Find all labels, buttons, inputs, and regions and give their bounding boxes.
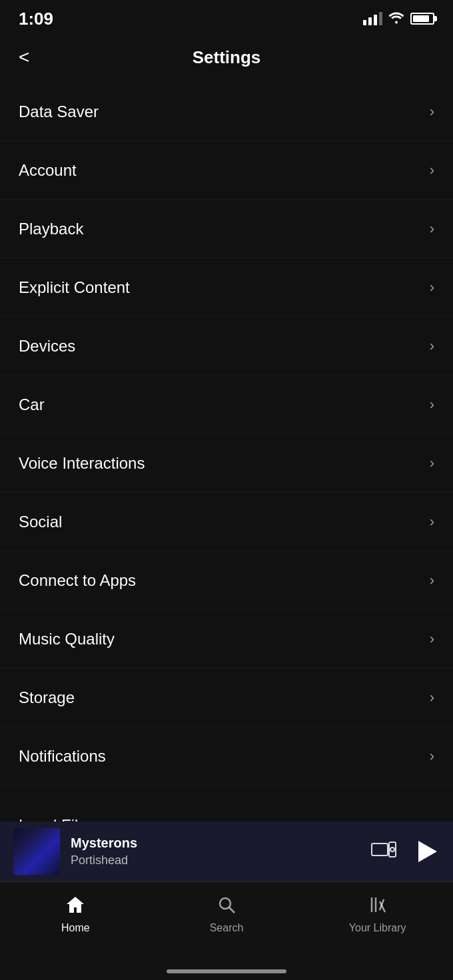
library-icon <box>368 893 388 917</box>
device-connect-icon[interactable] <box>370 841 397 862</box>
chevron-right-icon: › <box>430 103 434 121</box>
home-indicator <box>167 969 286 973</box>
status-time: 1:09 <box>19 9 53 29</box>
status-bar: 1:09 <box>0 0 453 35</box>
settings-item-car[interactable]: Car › <box>0 375 453 434</box>
svg-line-4 <box>229 907 234 913</box>
chevron-right-icon: › <box>430 748 434 765</box>
settings-item-voice-interactions[interactable]: Voice Interactions › <box>0 434 453 493</box>
nav-item-search[interactable]: Search <box>151 893 302 934</box>
now-playing-bar[interactable]: Mysterons Portishead <box>0 822 453 881</box>
settings-item-explicit-content[interactable]: Explicit Content › <box>0 258 453 317</box>
nav-label-home: Home <box>61 922 90 934</box>
album-art <box>13 828 60 875</box>
svg-rect-0 <box>372 844 388 856</box>
settings-item-storage[interactable]: Storage › <box>0 668 453 727</box>
nav-item-library[interactable]: Your Library <box>302 893 453 934</box>
search-icon <box>217 893 236 917</box>
settings-header: < Settings <box>0 35 453 83</box>
signal-icon <box>363 12 382 25</box>
play-button[interactable] <box>413 838 440 865</box>
settings-label-devices: Devices <box>19 337 75 356</box>
chevron-right-icon: › <box>430 220 434 238</box>
svg-point-3 <box>220 898 230 909</box>
nav-item-home[interactable]: Home <box>0 893 151 934</box>
chevron-right-icon: › <box>430 455 434 472</box>
chevron-right-icon: › <box>430 279 434 296</box>
chevron-right-icon: › <box>430 630 434 648</box>
page-title: Settings <box>193 47 261 68</box>
settings-label-voice-interactions: Voice Interactions <box>19 454 145 473</box>
settings-label-storage: Storage <box>19 688 75 707</box>
svg-point-2 <box>390 848 394 852</box>
settings-label-explicit-content: Explicit Content <box>19 278 130 297</box>
nav-label-library: Your Library <box>349 922 406 934</box>
settings-label-playback: Playback <box>19 220 83 238</box>
bottom-nav: Home Search Your Library <box>0 881 453 980</box>
battery-icon <box>410 13 434 25</box>
back-button[interactable]: < <box>19 47 29 68</box>
home-icon <box>65 893 85 917</box>
settings-item-playback[interactable]: Playback › <box>0 200 453 258</box>
settings-list: Data Saver › Account › Playback › Explic… <box>0 83 453 786</box>
settings-label-music-quality: Music Quality <box>19 630 115 648</box>
settings-label-car: Car <box>19 395 45 414</box>
chevron-right-icon: › <box>430 338 434 355</box>
settings-item-devices[interactable]: Devices › <box>0 317 453 375</box>
settings-label-connect-to-apps: Connect to Apps <box>19 571 136 590</box>
wifi-icon <box>388 11 405 27</box>
now-playing-controls <box>370 838 440 865</box>
settings-item-notifications[interactable]: Notifications › <box>0 727 453 786</box>
settings-label-data-saver: Data Saver <box>19 103 99 121</box>
settings-label-account: Account <box>19 161 77 180</box>
settings-item-connect-to-apps[interactable]: Connect to Apps › <box>0 551 453 610</box>
settings-item-music-quality[interactable]: Music Quality › <box>0 610 453 668</box>
chevron-right-icon: › <box>430 572 434 589</box>
now-playing-info: Mysterons Portishead <box>71 836 360 867</box>
nav-label-search: Search <box>210 922 244 934</box>
chevron-right-icon: › <box>430 396 434 413</box>
settings-item-data-saver[interactable]: Data Saver › <box>0 83 453 141</box>
chevron-right-icon: › <box>430 689 434 706</box>
now-playing-artist: Portishead <box>71 854 360 867</box>
settings-item-social[interactable]: Social › <box>0 493 453 551</box>
chevron-right-icon: › <box>430 162 434 179</box>
status-icons <box>363 11 434 27</box>
settings-item-account[interactable]: Account › <box>0 141 453 200</box>
settings-label-notifications: Notifications <box>19 747 106 766</box>
now-playing-title: Mysterons <box>71 836 360 851</box>
settings-label-social: Social <box>19 513 62 531</box>
chevron-right-icon: › <box>430 513 434 531</box>
